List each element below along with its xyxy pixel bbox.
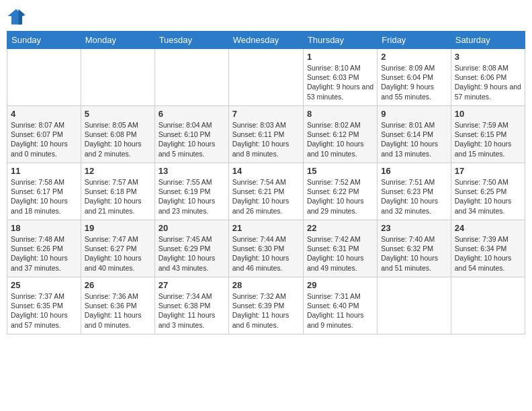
day-number: 24: [455, 223, 521, 233]
calendar-cell: [7, 49, 81, 106]
calendar-cell: 8Sunrise: 8:02 AM Sunset: 6:12 PM Daylig…: [303, 106, 377, 163]
day-info: Sunrise: 8:03 AM Sunset: 6:11 PM Dayligh…: [232, 120, 300, 158]
day-number: 2: [381, 52, 447, 62]
calendar-cell: 7Sunrise: 8:03 AM Sunset: 6:11 PM Daylig…: [228, 106, 303, 163]
day-number: 6: [159, 109, 225, 119]
day-info: Sunrise: 8:10 AM Sunset: 6:03 PM Dayligh…: [307, 63, 373, 101]
day-info: Sunrise: 7:50 AM Sunset: 6:25 PM Dayligh…: [455, 177, 521, 216]
calendar-cell: 6Sunrise: 8:04 AM Sunset: 6:10 PM Daylig…: [154, 106, 228, 163]
header-day: Friday: [378, 32, 451, 49]
calendar-cell: 4Sunrise: 8:07 AM Sunset: 6:07 PM Daylig…: [7, 106, 81, 163]
calendar-cell: 19Sunrise: 7:47 AM Sunset: 6:27 PM Dayli…: [81, 220, 154, 277]
day-info: Sunrise: 8:05 AM Sunset: 6:08 PM Dayligh…: [85, 120, 151, 158]
day-info: Sunrise: 7:45 AM Sunset: 6:29 PM Dayligh…: [159, 234, 225, 273]
calendar-cell: 27Sunrise: 7:34 AM Sunset: 6:38 PM Dayli…: [154, 277, 228, 334]
calendar-cell: 20Sunrise: 7:45 AM Sunset: 6:29 PM Dayli…: [154, 220, 228, 277]
day-number: 8: [307, 109, 373, 119]
calendar-cell: 25Sunrise: 7:37 AM Sunset: 6:35 PM Dayli…: [7, 277, 81, 334]
header-day: Thursday: [303, 32, 377, 49]
day-info: Sunrise: 8:09 AM Sunset: 6:04 PM Dayligh…: [381, 63, 447, 101]
header-day: Wednesday: [228, 32, 303, 49]
calendar-week-row: 18Sunrise: 7:48 AM Sunset: 6:26 PM Dayli…: [7, 220, 525, 277]
calendar-cell: 11Sunrise: 7:58 AM Sunset: 6:17 PM Dayli…: [7, 163, 81, 220]
calendar-cell: 24Sunrise: 7:39 AM Sunset: 6:34 PM Dayli…: [451, 220, 525, 277]
calendar-cell: [81, 49, 154, 106]
day-number: 9: [381, 109, 447, 119]
day-info: Sunrise: 7:44 AM Sunset: 6:30 PM Dayligh…: [232, 234, 300, 273]
logo-icon: [7, 7, 26, 26]
calendar-table: SundayMondayTuesdayWednesdayThursdayFrid…: [7, 31, 525, 334]
day-number: 12: [85, 166, 151, 176]
day-info: Sunrise: 7:52 AM Sunset: 6:22 PM Dayligh…: [307, 177, 373, 216]
page-header: [7, 7, 525, 26]
day-info: Sunrise: 7:54 AM Sunset: 6:21 PM Dayligh…: [232, 177, 300, 216]
calendar-cell: 2Sunrise: 8:09 AM Sunset: 6:04 PM Daylig…: [378, 49, 451, 106]
day-info: Sunrise: 7:48 AM Sunset: 6:26 PM Dayligh…: [11, 234, 77, 273]
calendar-cell: 10Sunrise: 7:59 AM Sunset: 6:15 PM Dayli…: [451, 106, 525, 163]
calendar-cell: [228, 49, 303, 106]
day-info: Sunrise: 7:31 AM Sunset: 6:40 PM Dayligh…: [307, 291, 373, 330]
header-day: Tuesday: [154, 32, 228, 49]
day-number: 16: [381, 166, 447, 176]
day-info: Sunrise: 7:57 AM Sunset: 6:18 PM Dayligh…: [85, 177, 151, 216]
day-number: 5: [85, 109, 151, 119]
day-info: Sunrise: 7:40 AM Sunset: 6:32 PM Dayligh…: [381, 234, 447, 273]
day-info: Sunrise: 7:51 AM Sunset: 6:23 PM Dayligh…: [381, 177, 447, 216]
calendar-cell: 5Sunrise: 8:05 AM Sunset: 6:08 PM Daylig…: [81, 106, 154, 163]
logo: [7, 7, 28, 26]
day-info: Sunrise: 7:36 AM Sunset: 6:36 PM Dayligh…: [85, 291, 151, 330]
day-number: 29: [307, 280, 373, 290]
day-number: 27: [159, 280, 225, 290]
day-number: 23: [381, 223, 447, 233]
day-number: 13: [159, 166, 225, 176]
day-info: Sunrise: 8:01 AM Sunset: 6:14 PM Dayligh…: [381, 120, 447, 158]
day-number: 11: [11, 166, 77, 176]
calendar-cell: 16Sunrise: 7:51 AM Sunset: 6:23 PM Dayli…: [378, 163, 451, 220]
calendar-cell: 12Sunrise: 7:57 AM Sunset: 6:18 PM Dayli…: [81, 163, 154, 220]
calendar-cell: 15Sunrise: 7:52 AM Sunset: 6:22 PM Dayli…: [303, 163, 377, 220]
day-number: 22: [307, 223, 373, 233]
day-info: Sunrise: 7:55 AM Sunset: 6:19 PM Dayligh…: [159, 177, 225, 216]
calendar-cell: 22Sunrise: 7:42 AM Sunset: 6:31 PM Dayli…: [303, 220, 377, 277]
day-number: 10: [455, 109, 521, 119]
day-number: 19: [85, 223, 151, 233]
day-number: 25: [11, 280, 77, 290]
calendar-cell: [378, 277, 451, 334]
day-number: 3: [455, 52, 521, 62]
day-number: 15: [307, 166, 373, 176]
calendar-cell: 14Sunrise: 7:54 AM Sunset: 6:21 PM Dayli…: [228, 163, 303, 220]
header-row: SundayMondayTuesdayWednesdayThursdayFrid…: [7, 32, 525, 49]
calendar-header: SundayMondayTuesdayWednesdayThursdayFrid…: [7, 32, 525, 49]
day-number: 14: [232, 166, 300, 176]
day-info: Sunrise: 7:32 AM Sunset: 6:39 PM Dayligh…: [232, 291, 300, 330]
day-number: 7: [232, 109, 300, 119]
calendar-cell: [154, 49, 228, 106]
calendar-cell: 13Sunrise: 7:55 AM Sunset: 6:19 PM Dayli…: [154, 163, 228, 220]
calendar-cell: 3Sunrise: 8:08 AM Sunset: 6:06 PM Daylig…: [451, 49, 525, 106]
calendar-cell: 1Sunrise: 8:10 AM Sunset: 6:03 PM Daylig…: [303, 49, 377, 106]
day-info: Sunrise: 8:07 AM Sunset: 6:07 PM Dayligh…: [11, 120, 77, 158]
day-info: Sunrise: 7:37 AM Sunset: 6:35 PM Dayligh…: [11, 291, 77, 330]
day-number: 28: [232, 280, 300, 290]
calendar-cell: 23Sunrise: 7:40 AM Sunset: 6:32 PM Dayli…: [378, 220, 451, 277]
day-info: Sunrise: 7:58 AM Sunset: 6:17 PM Dayligh…: [11, 177, 77, 216]
day-number: 17: [455, 166, 521, 176]
day-info: Sunrise: 8:08 AM Sunset: 6:06 PM Dayligh…: [455, 63, 521, 101]
day-number: 20: [159, 223, 225, 233]
calendar-cell: 21Sunrise: 7:44 AM Sunset: 6:30 PM Dayli…: [228, 220, 303, 277]
day-info: Sunrise: 7:34 AM Sunset: 6:38 PM Dayligh…: [159, 291, 225, 330]
header-day: Monday: [81, 32, 154, 49]
day-info: Sunrise: 7:59 AM Sunset: 6:15 PM Dayligh…: [455, 120, 521, 158]
day-number: 1: [307, 52, 373, 62]
day-info: Sunrise: 8:02 AM Sunset: 6:12 PM Dayligh…: [307, 120, 373, 158]
calendar-cell: [451, 277, 525, 334]
calendar-cell: 26Sunrise: 7:36 AM Sunset: 6:36 PM Dayli…: [81, 277, 154, 334]
header-day: Sunday: [7, 32, 81, 49]
calendar-cell: 18Sunrise: 7:48 AM Sunset: 6:26 PM Dayli…: [7, 220, 81, 277]
calendar-week-row: 1Sunrise: 8:10 AM Sunset: 6:03 PM Daylig…: [7, 49, 525, 106]
calendar-cell: 28Sunrise: 7:32 AM Sunset: 6:39 PM Dayli…: [228, 277, 303, 334]
day-info: Sunrise: 7:47 AM Sunset: 6:27 PM Dayligh…: [85, 234, 151, 273]
day-number: 18: [11, 223, 77, 233]
header-day: Saturday: [451, 32, 525, 49]
day-number: 26: [85, 280, 151, 290]
